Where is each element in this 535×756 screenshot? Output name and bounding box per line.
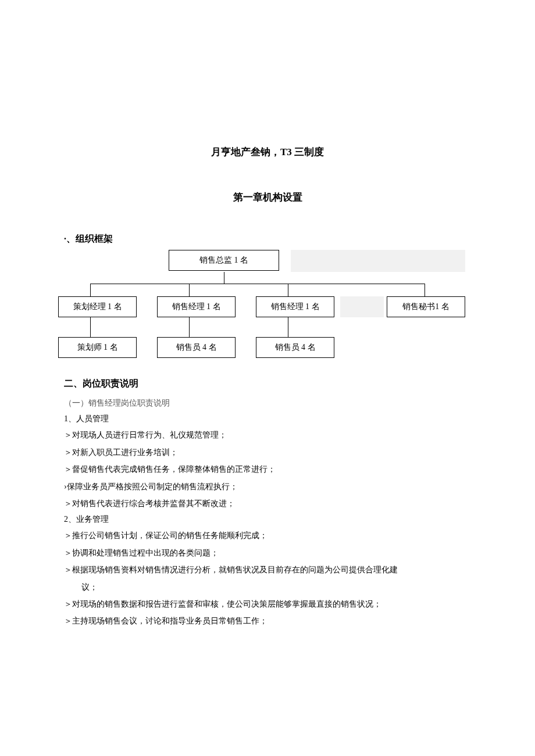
org-line — [189, 284, 190, 296]
document-page: 月亨地产叁钠，T3 三制度 第一章机构设置 ·、组织框架 销售总监 1 名 策划… — [0, 0, 535, 630]
bullet-line: ＞对现场人员进行日常行为、礼仪规范管理； — [64, 427, 471, 443]
bullet-line: ＞推行公司销售计划，保证公司的销售任务能顺利完成； — [64, 527, 471, 544]
org-box-sales-manager-2: 销售经理 1 名 — [256, 296, 334, 317]
bullet-line: ＞根据现场销售资料对销售情况进行分析，就销售状况及目前存在的问题为公司提供合理化… — [64, 561, 471, 578]
item-business-mgmt: 2、业务管理 — [64, 514, 471, 525]
org-box-planning-manager: 策划经理 1 名 — [58, 296, 137, 317]
item-personnel-mgmt: 1、人员管理 — [64, 414, 471, 424]
bullet-line: ＞对现场的销售数据和报告进行监督和审核，使公司决策层能够掌握最直接的销售状况； — [64, 596, 471, 612]
org-box-planner: 策划师 1 名 — [58, 337, 137, 358]
org-line — [224, 272, 224, 284]
org-box-salesperson-2: 销售员 4 名 — [256, 337, 334, 358]
chapter-title: 第一章机构设置 — [64, 191, 471, 204]
document-title: 月亨地产叁钠，T3 三制度 — [64, 145, 471, 159]
org-line — [90, 284, 425, 284]
bullet-line: ＞督促销售代表完成销售任务，保障整体销售的正常进行； — [64, 461, 471, 478]
org-phantom-top — [291, 250, 465, 272]
bullet-line: ＞主持现场销售会议，讨论和指导业务员日常销售工作； — [64, 612, 471, 629]
org-phantom-row1 — [340, 296, 384, 317]
org-box-salesperson-1: 销售员 4 名 — [157, 337, 236, 358]
org-line — [288, 284, 288, 296]
bullet-line-cont: 议； — [64, 579, 471, 596]
bullet-line: ＞对新入职员工进行业务培训； — [64, 444, 471, 461]
bullet-line: ＞对销售代表进行综合考核并监督其不断改进； — [64, 495, 471, 512]
org-box-sales-manager-1: 销售经理 1 名 — [157, 296, 236, 317]
org-chart: 销售总监 1 名 策划经理 1 名 销售经理 1 名 销售经理 1 名 销售秘书… — [64, 250, 471, 366]
org-line — [189, 317, 190, 337]
bullet-line: ＞协调和处理销售过程中出现的各类问题； — [64, 544, 471, 561]
org-box-director: 销售总监 1 名 — [169, 250, 279, 271]
section-heading-org: ·、组织框架 — [64, 233, 471, 245]
subsection-sales-manager: （一）销售经理岗位职责说明 — [64, 395, 471, 411]
org-box-sales-secretary: 销售秘书1 名 — [387, 296, 465, 317]
section-heading-duties: 二、岗位职责说明 — [64, 378, 471, 390]
bullet-line: ›保障业务员严格按照公司制定的销售流程执行； — [64, 478, 471, 495]
org-line — [425, 284, 425, 296]
org-line — [288, 317, 288, 337]
org-line — [90, 284, 91, 296]
org-line — [90, 317, 91, 337]
